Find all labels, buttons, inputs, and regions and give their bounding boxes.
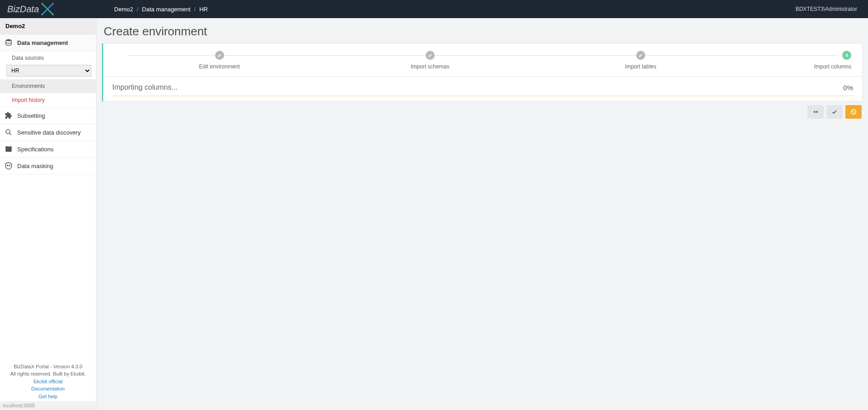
svg-point-5	[6, 130, 10, 134]
footer-link-official[interactable]: Ekobit official	[2, 378, 94, 386]
step-connector-line	[128, 55, 838, 56]
sidebar-item-label: Subsetting	[17, 112, 45, 119]
main-content: Create environment Edit environment	[96, 18, 868, 410]
mask-icon	[5, 162, 13, 170]
database-icon	[5, 39, 13, 47]
svg-point-4	[6, 39, 11, 42]
wizard-button-row	[99, 101, 865, 122]
step-label: Import tables	[535, 63, 746, 70]
sidebar-item-masking[interactable]: Data masking	[0, 158, 96, 174]
step-number-icon: 4	[842, 51, 851, 60]
footer-version: BizDataX Portal - Version 4.3.0	[2, 363, 94, 371]
rewind-icon	[812, 109, 819, 115]
app-logo: BizData	[7, 1, 55, 17]
step-edit-environment[interactable]: Edit environment	[114, 51, 325, 70]
wizard-steps: Edit environment Import schemas Import t…	[103, 43, 862, 77]
sidebar-item-label: Data management	[17, 39, 68, 46]
step-check-icon	[636, 51, 645, 60]
sidebar-sub-environments[interactable]: Environments	[0, 79, 96, 93]
breadcrumb-item-section[interactable]: Data management	[142, 6, 191, 13]
datasource-select[interactable]: HR	[6, 65, 91, 77]
confirm-button[interactable]	[826, 105, 843, 119]
sidebar-sub-import-history[interactable]: Import history	[0, 93, 96, 107]
progress-row: Importing columns... 0%	[103, 77, 862, 94]
cancel-icon	[850, 109, 857, 115]
puzzle-icon	[5, 111, 13, 120]
page-title: Create environment	[99, 18, 865, 43]
breadcrumb-item-project[interactable]: Demo2	[114, 6, 133, 13]
sidebar-item-subsetting[interactable]: Subsetting	[0, 107, 96, 124]
breadcrumb-sep: /	[194, 6, 196, 13]
footer-link-help[interactable]: Get help	[2, 393, 94, 400]
step-import-columns[interactable]: 4 Import columns	[746, 51, 851, 70]
svg-point-2	[52, 3, 54, 5]
svg-point-3	[41, 14, 43, 15]
progress-percent: 0%	[843, 84, 853, 92]
wizard-card: Edit environment Import schemas Import t…	[102, 43, 863, 101]
cancel-button[interactable]	[845, 105, 862, 119]
svg-point-0	[41, 3, 43, 5]
breadcrumb-item-page[interactable]: HR	[199, 6, 208, 13]
logo-x-icon	[40, 1, 55, 17]
book-icon	[5, 145, 13, 153]
footer-link-docs[interactable]: Documentation	[2, 385, 94, 393]
step-label: Edit environment	[114, 63, 325, 70]
status-host: localhost:9000	[0, 401, 96, 410]
progress-label: Importing columns...	[112, 83, 177, 92]
sidebar-item-label: Sensitive data discovery	[17, 129, 81, 136]
sidebar-item-sensitive[interactable]: Sensitive data discovery	[0, 124, 96, 141]
breadcrumb-sep: /	[137, 6, 139, 13]
step-label: Import schemas	[325, 63, 535, 70]
back-button[interactable]	[807, 105, 824, 119]
topbar: BizData Demo2 / Data management / HR BDX…	[0, 0, 868, 18]
step-import-tables[interactable]: Import tables	[535, 51, 746, 70]
datasource-select-wrap: HR	[0, 63, 96, 79]
sidebar: Demo2 Data management Data sources HR En…	[0, 18, 96, 410]
step-label: Import columns	[746, 63, 851, 70]
progress-bar	[112, 95, 853, 96]
sidebar-item-data-management[interactable]: Data management	[0, 34, 96, 51]
sidebar-item-label: Data masking	[17, 163, 53, 169]
svg-point-1	[52, 14, 54, 15]
svg-point-7	[9, 165, 10, 166]
sidebar-item-specifications[interactable]: Specifications	[0, 141, 96, 158]
svg-point-6	[7, 165, 8, 166]
breadcrumb: Demo2 / Data management / HR	[114, 6, 208, 13]
logo-text: BizData	[7, 4, 39, 14]
sidebar-footer: BizDataX Portal - Version 4.3.0 All righ…	[0, 360, 96, 401]
step-check-icon	[215, 51, 224, 60]
sidebar-sub-label-datasources: Data sources	[0, 51, 96, 63]
step-import-schemas[interactable]: Import schemas	[325, 51, 535, 70]
footer-copyright: All rights reserved. Built by Ekobit.	[2, 370, 94, 378]
search-icon	[5, 128, 13, 136]
sidebar-project[interactable]: Demo2	[0, 18, 96, 34]
step-check-icon	[426, 51, 435, 60]
sidebar-item-label: Specifications	[17, 146, 53, 153]
check-icon	[831, 109, 838, 115]
current-user[interactable]: BDXTEST3\Administrator	[796, 6, 857, 12]
